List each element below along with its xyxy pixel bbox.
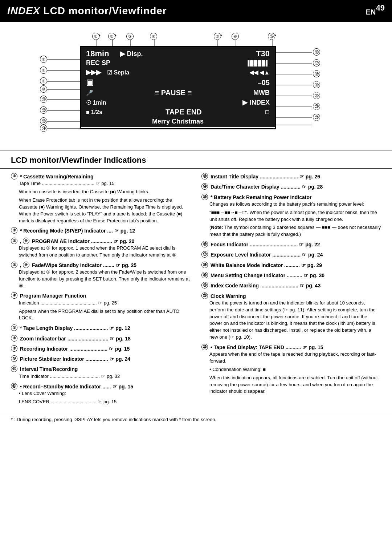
list-item: ⑩ Picture Stabilizer Indicator .........… — [11, 355, 191, 363]
lcd-cam: ▣ — [86, 78, 94, 87]
page-number: EN49 — [366, 2, 385, 20]
lcd-index: INDEX — [250, 99, 270, 106]
list-item: ㉑ Clock Warning Once the power is turned… — [201, 292, 381, 341]
callout-15: ⑮ — [268, 33, 275, 40]
left-column: ① * Cassette Warning/Remaining Tape Time… — [11, 173, 191, 408]
callout-14: ⑭ — [40, 125, 47, 132]
list-item: ⑮ * Battery Pack Remaining Power Indicat… — [201, 194, 381, 238]
lcd-diagram-section: ① * ② * ③ ④ ⑤ * ⑥ ⑮ * ⑦ ⑧ ⑨ ⑩ ⑪ ⑫ ⑬ ⑭ — [0, 22, 392, 150]
page-title: INDEX LCD monitor/Viewfinder — [7, 5, 167, 17]
callout-9: ⑨ — [40, 77, 47, 85]
callout-18: ⑱ — [313, 70, 320, 77]
list-item: ④ Program Manager Function Indication ..… — [11, 292, 191, 322]
lcd-diagram-wrapper: ① * ② * ③ ④ ⑤ * ⑥ ⑮ * ⑦ ⑧ ⑨ ⑩ ⑪ ⑫ ⑬ ⑭ — [11, 31, 381, 144]
lcd-dirs: ◀◀ ◀▲ — [249, 69, 270, 76]
list-item: ⑭ Date/Time Character Display ..........… — [201, 183, 381, 190]
callout-16: ⑯ — [313, 48, 320, 56]
section-title: LCD monitor/Viewfinder Indications — [0, 150, 392, 169]
lcd-minus05: –05 — [258, 78, 270, 87]
callout-13: ⑬ — [40, 117, 47, 125]
lcd-merry: Merry Christmas — [86, 118, 270, 125]
lcd-cam2: ■ — [86, 109, 90, 116]
lcd-tape-end: TAPE END — [102, 108, 265, 116]
list-item: ⑬ Instant Title Display ................… — [201, 173, 381, 180]
lcd-mic: 🎤 — [86, 89, 93, 96]
list-item: ⑲ Menu Setting Change Indicator ........… — [201, 272, 381, 279]
callout-6: ⑥ — [232, 33, 239, 40]
footer-note: * : During recording, pressing DISPLAY l… — [0, 413, 392, 426]
list-item: ⑳ Index Code Marking ...................… — [201, 282, 381, 289]
list-item: ③, ⑨ Fade/Wipe Standby Indicator .......… — [11, 262, 191, 290]
lcd-screen: 18min ▶ Disp. T30 REC SP ▐████▌ ▶▶▶ ☑ Se… — [80, 46, 276, 129]
lcd-mwb: MWB — [253, 89, 270, 97]
lcd-sepia: ☑ Sepia — [107, 69, 129, 76]
indications-section: ① * Cassette Warning/Remaining Tape Time… — [0, 169, 392, 413]
lcd-disp: ▶ Disp. — [120, 50, 143, 58]
callout-4: ④ — [150, 33, 157, 40]
lcd-play-right: ▶ — [242, 98, 248, 106]
lcd-half: 1/2s — [91, 109, 102, 116]
callout-11: ⑪ — [40, 96, 47, 103]
lcd-datetime: DEC 25. 97 AM 10 : 24 : 56 — [86, 128, 270, 129]
list-item: ① * Cassette Warning/Remaining Tape Time… — [11, 173, 191, 224]
right-column: ⑬ Instant Title Display ................… — [201, 173, 381, 408]
list-item: ② * Recording Mode (SP/EP) Indicator ...… — [11, 227, 191, 234]
callout-7: ⑦ — [40, 56, 47, 63]
lcd-outer: ① * ② * ③ ④ ⑤ * ⑥ ⑮ * ⑦ ⑧ ⑨ ⑩ ⑪ ⑫ ⑬ ⑭ — [33, 31, 359, 144]
callout-10: ⑩ — [40, 85, 47, 93]
callout-3: ③ — [126, 33, 134, 40]
callout-5: ⑤ — [214, 33, 221, 40]
list-item: ⑤ * Tape Length Display ................… — [11, 324, 191, 332]
callout-17: ⑰ — [313, 59, 320, 66]
lcd-battery: ▐████▌ — [246, 60, 270, 66]
lcd-t30: T30 — [256, 49, 270, 58]
list-item: ③, ⑧ PROGRAM AE Indicator ..............… — [11, 238, 191, 259]
list-item: ⑪ Interval Time/Recording Time Indicator… — [11, 366, 191, 380]
list-item: ⑱ White Balance Mode Indicator .........… — [201, 262, 381, 269]
lcd-pause: ≡ PAUSE ≡ — [93, 89, 253, 97]
list-item: ⑯ Focus Indicator ......................… — [201, 241, 381, 248]
callout-22: ㉒ — [313, 114, 320, 121]
list-item: ⑫ • Record–Standby Mode Indicator ......… — [11, 383, 191, 405]
callout-21: ㉑ — [313, 103, 320, 110]
callout-1: ① — [92, 33, 99, 40]
callout-19: ⑲ — [313, 81, 320, 88]
lcd-pgm: ☐ — [265, 109, 270, 115]
callout-20: ⑳ — [313, 92, 320, 99]
callout-8: ⑧ — [40, 66, 47, 74]
lcd-time: 18min — [86, 49, 109, 58]
lcd-recsp: REC SP — [86, 59, 110, 67]
lcd-arrows: ▶▶▶ — [86, 68, 101, 76]
list-item: ⑦ Recording Indicator ..................… — [11, 345, 191, 352]
list-item: ⑰ Exposure Level Indicator .............… — [201, 251, 381, 258]
list-item: ㉒ • Tape End Display: TAPE END .........… — [201, 344, 381, 395]
page-header: INDEX LCD monitor/Viewfinder EN49 — [0, 0, 392, 22]
callout-12: ⑫ — [40, 106, 47, 114]
callout-2: ② — [108, 33, 115, 40]
list-item: ⑥ Zoom Indicator bar ...................… — [11, 335, 191, 342]
lcd-timer: ☉ 1min — [86, 99, 106, 106]
